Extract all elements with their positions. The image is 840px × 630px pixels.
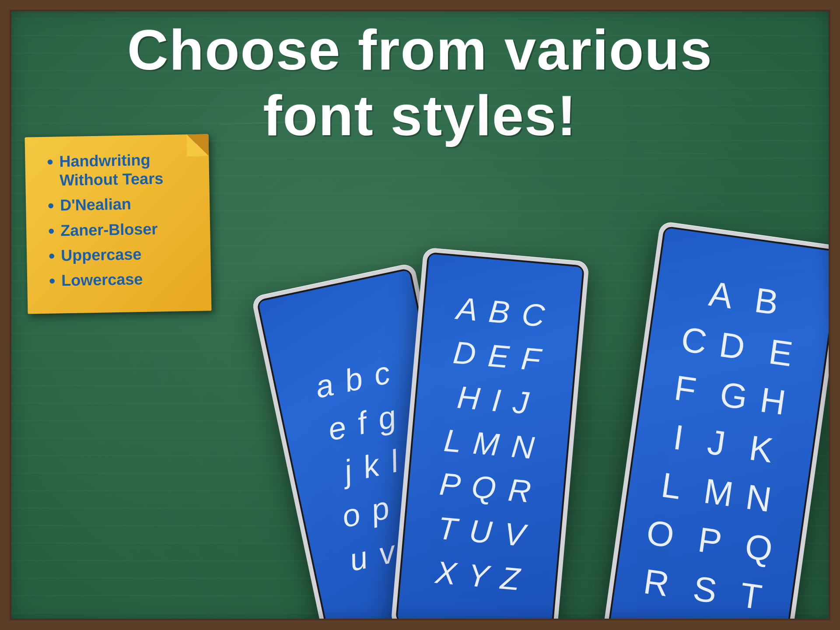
ipad-middle-letters: A B C D E F H I J L M N P Q R T U V X Y … — [420, 277, 559, 612]
devices-container: a b c e f g j k l o p q u v w A B C D E … — [262, 197, 831, 630]
feature-item-1: HandwritingWithout Tears — [47, 150, 192, 190]
feature-item-3: Zaner-Bloser — [48, 219, 193, 240]
feature-item-2: D'Nealian — [48, 193, 192, 215]
main-heading: Choose from various font styles! — [0, 18, 840, 148]
chalkboard-background: Choose from various font styles! Handwri… — [0, 0, 840, 630]
ipad-right-screen: A B C D E F G H I J K L M N O P Q R S T — [608, 228, 840, 630]
sticky-note: HandwritingWithout Tears D'Nealian Zaner… — [25, 134, 212, 314]
ipad-right-letters: A B C D E F G H I J K L M N O P Q R S T — [627, 256, 822, 630]
chalk-decoration — [643, 153, 709, 154]
ipad-right: A B C D E F G H I J K L M N O P Q R S T — [602, 221, 840, 630]
heading-title: Choose from various font styles! — [26, 18, 814, 148]
feature-item-5: Lowercase — [49, 269, 194, 290]
ipad-middle: A B C D E F H I J L M N P Q R T U V X Y … — [391, 247, 589, 630]
heading-line1: Choose from various — [127, 18, 713, 82]
heading-line2: font styles! — [263, 84, 577, 147]
feature-list: HandwritingWithout Tears D'Nealian Zaner… — [47, 150, 193, 290]
ipad-middle-screen: A B C D E F H I J L M N P Q R T U V X Y … — [397, 254, 583, 630]
feature-item-4: Uppercase — [49, 244, 193, 265]
